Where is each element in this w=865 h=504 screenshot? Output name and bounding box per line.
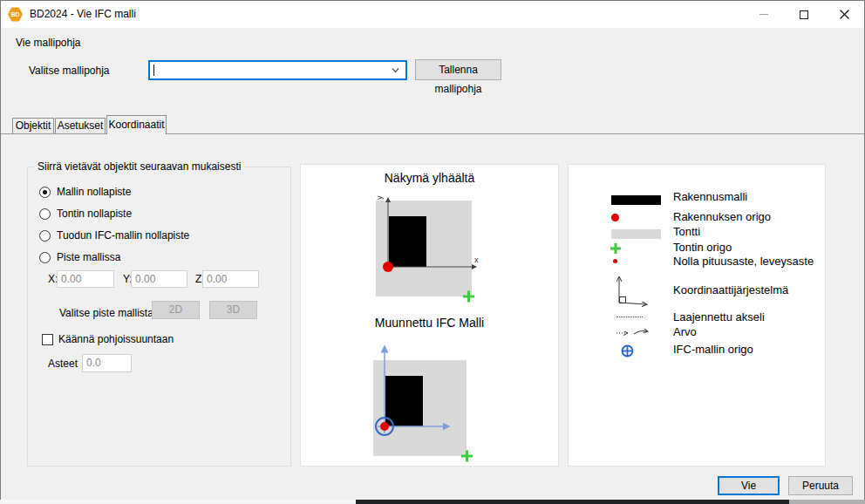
legend-label: Rakennuksen origo (673, 210, 771, 223)
save-template-button[interactable]: Tallenna mallipohja (415, 59, 501, 80)
transformed-diagram (301, 336, 560, 467)
y-field: 0.00 (131, 270, 187, 288)
export-ifc-dialog: BD BD2024 - Vie IFC malli Vie mallipohja… (0, 0, 865, 500)
ifc-origin-icon (621, 344, 634, 358)
titlebar: BD BD2024 - Vie IFC malli (1, 1, 864, 28)
pick-point-label: Valitse piste mallista (59, 307, 153, 319)
export-button[interactable]: Vie (718, 476, 780, 495)
top-view-title: Näkymä ylhäältä (301, 171, 558, 185)
coordinate-inputs-row: X: 0.00 Y: 0.00 Z: 0.00 (28, 270, 290, 289)
radio-label: Tuodun IFC-mallin nollapiste (57, 229, 189, 242)
zero-latitude-icon (613, 259, 617, 263)
legend-label: Arvo (673, 325, 697, 338)
legend-label: Laajennettu akseli (673, 310, 765, 324)
template-combobox-input[interactable] (153, 63, 379, 78)
window-title: BD2024 - Vie IFC malli (30, 8, 136, 20)
tab-koordinaatit[interactable]: Koordinaatit (106, 115, 167, 134)
legend-label: IFC-mallin origo (673, 343, 753, 356)
tab-objektit[interactable]: Objektit (12, 118, 54, 133)
plot-origin-icon (610, 242, 622, 255)
radio-mallin-nollapiste[interactable]: Mallin nollapiste (39, 186, 131, 198)
screen: BD BD2024 - Vie IFC malli Vie mallipohja… (0, 0, 865, 504)
building-rect (389, 216, 426, 267)
radio-icon (39, 252, 51, 263)
radio-icon (39, 187, 51, 198)
radio-label: Piste mallissa (57, 251, 120, 263)
radio-label: Tontin nollapiste (57, 208, 132, 220)
template-section-heading: Vie mallipohja (16, 37, 81, 49)
background-strip (789, 500, 865, 504)
diagram-panel: Näkymä ylhäältä x y Muun (300, 164, 559, 467)
extended-axis-icon (616, 317, 643, 317)
building-rect (385, 376, 423, 426)
legend-label: Tontti (673, 225, 700, 238)
radio-piste-mallissa[interactable]: Piste mallissa (39, 251, 120, 263)
radio-tontin-nollapiste[interactable]: Tontin nollapiste (39, 208, 132, 220)
bd-logo-text: BD (10, 11, 19, 17)
radio-tuodun-ifc-mallin-nollapiste[interactable]: Tuodun IFC-mallin nollapiste (39, 229, 189, 242)
rotate-north-label: Käännä pohjoissuuntaan (58, 333, 174, 345)
bd-logo-icon: BD (8, 7, 23, 22)
template-combobox[interactable] (148, 60, 407, 80)
z-field: 0.00 (202, 270, 259, 288)
value-arrows-icon (616, 327, 654, 337)
group-title: Siirrä vietävät objektit seuraavan mukai… (34, 160, 244, 173)
maximize-icon (800, 10, 808, 19)
maximize-button[interactable] (784, 1, 824, 28)
degrees-field: 0.0 (82, 354, 132, 372)
building-swatch (611, 195, 661, 205)
minimize-button (744, 1, 784, 28)
legend-label: Tontin origo (673, 241, 732, 254)
top-view-diagram: x y (301, 189, 560, 313)
legend-label: Rakennusmalli (673, 190, 747, 203)
rotate-north-checkbox-row[interactable]: Käännä pohjoissuuntaan (42, 333, 174, 345)
plot-swatch (611, 229, 661, 239)
transformed-title: Muunnettu IFC Malli (301, 316, 558, 330)
x-field: 0.00 (57, 270, 114, 288)
tab-asetukset[interactable]: Asetukset (55, 118, 106, 133)
x-axis-label: x (474, 255, 479, 264)
legend-label: Nolla pituusaste, leveysaste (673, 255, 814, 268)
radio-label: Mallin nollapiste (57, 186, 131, 198)
close-button[interactable] (824, 1, 864, 28)
legend-panel: Rakennusmalli Rakennuksen origo Tontti T… (568, 164, 826, 467)
y-axis-label: y (375, 195, 384, 200)
move-options-groupbox: Siirrä vietävät objektit seuraavan mukai… (27, 167, 291, 467)
degrees-label: Asteet (48, 358, 78, 370)
background-strip (0, 500, 356, 504)
coordinate-system-icon (612, 273, 652, 308)
chevron-down-icon[interactable] (392, 66, 399, 74)
close-icon (840, 10, 849, 19)
background-strip (356, 500, 789, 504)
cancel-button[interactable]: Peruuta (788, 476, 853, 495)
pick-3d-button: 3D (209, 301, 257, 319)
building-origin-dot (380, 422, 389, 431)
checkbox-icon[interactable] (42, 334, 53, 345)
template-select-label: Valitse mallipohja (29, 65, 110, 77)
legend-label: Koordinaattijärjestelmä (673, 283, 788, 296)
radio-icon (39, 230, 51, 242)
pick-2d-button: 2D (152, 301, 200, 319)
minimize-icon (759, 14, 768, 15)
radio-icon (39, 208, 51, 220)
building-origin-icon (611, 214, 619, 221)
building-origin-dot (383, 262, 393, 272)
